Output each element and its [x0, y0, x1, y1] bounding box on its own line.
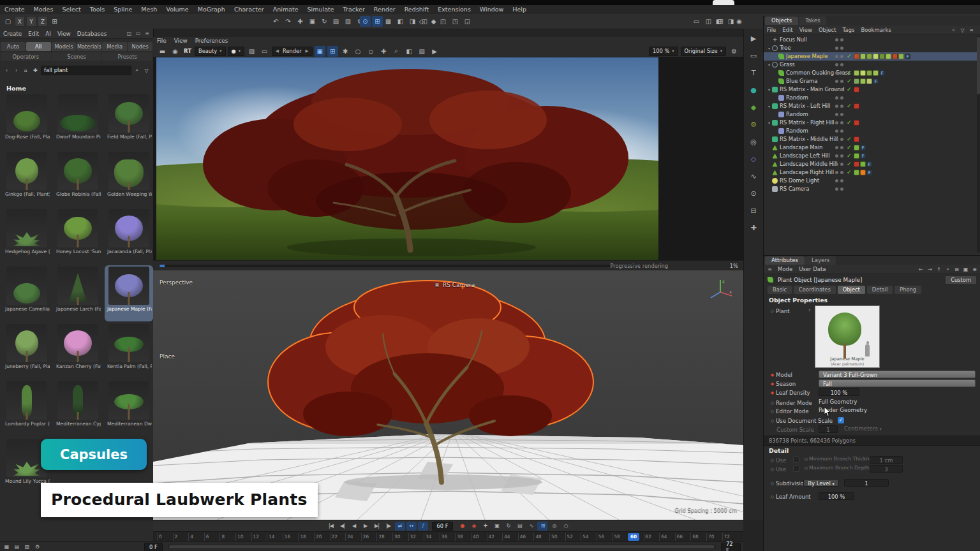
attr-tab-attributes[interactable]: Attributes	[765, 256, 805, 265]
history-icon[interactable]: ⊙	[747, 187, 760, 200]
selection-keys-button[interactable]: ⊞	[537, 522, 547, 531]
pixel-grid-icon[interactable]: ⊞	[327, 46, 338, 57]
menu-redshift[interactable]: Redshift	[400, 5, 434, 14]
editor-visibility-dot[interactable]	[835, 55, 838, 58]
back-icon[interactable]: ‹	[3, 66, 11, 75]
render-view-canvas[interactable]	[153, 57, 743, 260]
editor-visibility-dot[interactable]	[835, 121, 838, 124]
object-mode-icon[interactable]: ◳	[450, 16, 461, 27]
tree-row-random[interactable]: Random	[764, 94, 980, 102]
panel-left-icon[interactable]: ◧	[713, 16, 724, 27]
tag-chip[interactable]: F	[860, 145, 866, 151]
material-chip[interactable]	[892, 54, 898, 59]
ruler-tick[interactable]: 72	[722, 533, 730, 541]
tree-row-random[interactable]: Random	[764, 110, 980, 119]
lock-icon[interactable]: ▣	[961, 265, 970, 274]
editor-visibility-dot[interactable]	[835, 138, 838, 141]
move-tool-icon[interactable]: ✚	[295, 16, 306, 27]
back-icon[interactable]: ←	[917, 265, 925, 274]
render-visibility-dot[interactable]	[840, 146, 843, 149]
menu-select[interactable]: Select	[57, 5, 85, 14]
tree-row-focus-null[interactable]: ✛Focus Null	[764, 36, 980, 44]
redo-icon[interactable]: ↷	[283, 16, 293, 27]
ruler-tick[interactable]: 56	[597, 533, 604, 541]
editor-visibility-dot[interactable]	[835, 113, 838, 116]
target-icon[interactable]: ◎	[747, 136, 760, 148]
zoom-dropdown[interactable]: 100 %▾	[649, 47, 678, 56]
ruler-tick[interactable]: 10	[235, 533, 243, 541]
render-visibility-dot[interactable]	[840, 80, 843, 83]
render-visibility-dot[interactable]	[840, 55, 843, 58]
ruler-tick[interactable]: 22	[330, 533, 338, 541]
editor-visibility-dot[interactable]	[835, 105, 838, 108]
material-chip[interactable]	[854, 54, 859, 59]
tree-row-landscape-main[interactable]: Landscape Main✓F	[764, 143, 980, 152]
ruler-tick[interactable]: 58	[612, 533, 620, 541]
tag-chip[interactable]: F	[905, 54, 910, 59]
bucket-render-icon[interactable]: ▨	[246, 46, 257, 57]
current-frame-field[interactable]: 60 F	[432, 522, 454, 531]
forward-icon[interactable]: →	[926, 265, 934, 274]
tag-chip[interactable]: F	[866, 161, 872, 167]
ruler-tick[interactable]: 0	[157, 533, 162, 541]
tree-row-landscape-right-hill[interactable]: Landscape Right Hill✓F	[764, 168, 980, 177]
rv-menu-view[interactable]: View	[170, 37, 191, 45]
material-chip[interactable]	[866, 78, 872, 84]
tree-row-japanese-maple[interactable]: Japanese Maple✓F	[764, 52, 980, 61]
asset-item-jacaranda-fall-plant[interactable]: Jacaranda (Fall, Plant)	[106, 209, 152, 263]
om-menu-bookmarks[interactable]: Bookmarks	[858, 26, 895, 34]
panel-menu-icon[interactable]: ≡	[766, 265, 774, 274]
key-position-button[interactable]: ✚	[480, 522, 490, 531]
tree-row-rs-matrix-middle-hill[interactable]: RS Matrix - Middle Hill✓	[764, 135, 980, 143]
custom-button[interactable]: Custom	[945, 276, 977, 284]
asset-subtab-operators[interactable]: Operators	[1, 52, 51, 61]
frame-icon[interactable]: ▭	[747, 50, 760, 62]
material-chip[interactable]	[886, 54, 891, 59]
model-mode-icon[interactable]: ◰	[438, 16, 449, 27]
asset-tab-auto[interactable]: Auto	[1, 42, 26, 51]
autokey-button[interactable]: ◉	[468, 522, 479, 531]
ruler-tick[interactable]: 18	[298, 533, 306, 541]
play-button[interactable]: ▶	[360, 522, 371, 531]
folder-icon[interactable]: ▧	[23, 543, 31, 551]
workplane-grid-icon[interactable]: ▦	[383, 16, 394, 27]
object-tree-scrollbar[interactable]	[977, 36, 980, 253]
home-icon[interactable]: ⌂	[22, 66, 30, 75]
tag-chip[interactable]: F	[866, 170, 872, 175]
om-menu-file[interactable]: File	[764, 26, 779, 34]
render-visibility-dot[interactable]	[840, 138, 843, 141]
asset-menu-ai[interactable]: AI	[42, 29, 54, 38]
asset-item-field-maple-fall-plant[interactable]: Field Maple (Fall, Plant)	[106, 94, 152, 148]
ruler-tick[interactable]: 8	[219, 533, 225, 541]
viewport-name-label[interactable]: Perspective	[160, 279, 193, 286]
timeline-scrollbar[interactable]	[168, 545, 716, 549]
aov-icon[interactable]: ▤	[417, 46, 427, 57]
render-visibility-dot[interactable]	[840, 171, 843, 174]
asset-tab-media[interactable]: Media	[102, 42, 127, 51]
section-tab-phong[interactable]: Phong	[895, 286, 921, 294]
tree-row-grass[interactable]: ▾Grass	[764, 61, 980, 69]
menu-tracker[interactable]: Tracker	[339, 5, 369, 14]
menu-help[interactable]: Help	[508, 5, 531, 14]
om-tab-takes[interactable]: Takes	[799, 17, 826, 25]
editor-visibility-dot[interactable]	[835, 96, 838, 99]
plane-xy-icon[interactable]: ◧	[395, 16, 406, 27]
channel-dropdown[interactable]: ●▾	[228, 47, 245, 56]
prev-key-button[interactable]: ◀|	[338, 522, 348, 531]
search-icon[interactable]: ⌕	[944, 265, 952, 274]
ruler-tick[interactable]: 40	[471, 533, 479, 541]
pan-icon[interactable]: ✚	[378, 46, 389, 57]
material-chip[interactable]	[873, 54, 879, 59]
subdivision-mode-dropdown[interactable]: By Level ▾	[803, 479, 839, 487]
leaf-density-field[interactable]: 100 %	[819, 388, 859, 396]
material-chip[interactable]	[854, 78, 859, 84]
editor-visibility-dot[interactable]	[835, 80, 838, 83]
filter-icon[interactable]: ▽	[142, 66, 151, 75]
render-visibility-dot[interactable]	[840, 154, 843, 158]
asset-tab-models[interactable]: Models	[52, 42, 77, 51]
solo-mode-button[interactable]: ◎	[549, 522, 559, 531]
enabled-check-icon[interactable]: ✓	[847, 85, 852, 94]
tree-row-rs-matrix-left-hill[interactable]: ▾RS Matrix - Left Hill✓	[764, 102, 980, 110]
editor-visibility-dot[interactable]	[835, 146, 838, 149]
scrollbar-thumb[interactable]	[169, 545, 715, 548]
